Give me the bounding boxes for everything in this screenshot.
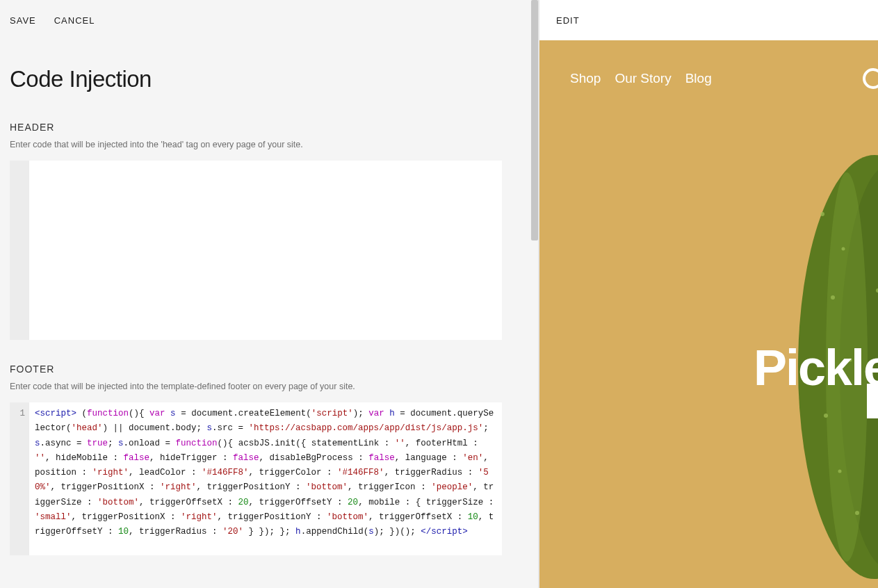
site-nav: Shop Our Story Blog [570, 71, 712, 86]
scroll-indicator [867, 384, 878, 418]
header-code-editor[interactable] [10, 161, 502, 340]
preview-toolbar: EDIT [539, 0, 878, 40]
header-code-body[interactable] [29, 161, 502, 340]
svg-point-3 [820, 212, 824, 216]
page-title: Code Injection [0, 26, 538, 92]
svg-point-7 [824, 414, 828, 418]
nav-blog[interactable]: Blog [685, 71, 712, 86]
hero-title: Pickle [754, 339, 878, 396]
edit-button[interactable]: EDIT [556, 15, 580, 26]
footer-code-editor[interactable]: 1 <script> (function(){ var s = document… [10, 402, 502, 555]
site-preview: Shop Our Story Blog [539, 40, 878, 588]
panel-toolbar: SAVE CANCEL [0, 0, 538, 26]
footer-section-title: FOOTER [10, 364, 528, 375]
circle-icon [863, 68, 878, 89]
footer-gutter: 1 [10, 402, 29, 555]
footer-section: FOOTER Enter code that will be injected … [0, 340, 538, 555]
header-section-title: HEADER [10, 122, 528, 133]
footer-code-body[interactable]: <script> (function(){ var s = document.c… [29, 402, 502, 555]
scrollbar-thumb[interactable] [531, 0, 538, 240]
svg-point-9 [855, 511, 859, 515]
svg-point-4 [842, 247, 845, 251]
svg-point-5 [831, 295, 835, 300]
header-gutter [10, 161, 29, 340]
nav-our-story[interactable]: Our Story [615, 71, 671, 86]
footer-section-description: Enter code that will be injected into th… [10, 382, 528, 391]
svg-point-8 [838, 470, 842, 473]
cancel-button[interactable]: CANCEL [54, 15, 95, 26]
save-button[interactable]: SAVE [10, 15, 36, 26]
preview-panel: EDIT Shop Our Story Blog [538, 0, 878, 588]
nav-shop[interactable]: Shop [570, 71, 601, 86]
header-section: HEADER Enter code that will be injected … [0, 92, 538, 340]
settings-panel: SAVE CANCEL Code Injection HEADER Enter … [0, 0, 538, 588]
header-section-description: Enter code that will be injected into th… [10, 140, 528, 149]
